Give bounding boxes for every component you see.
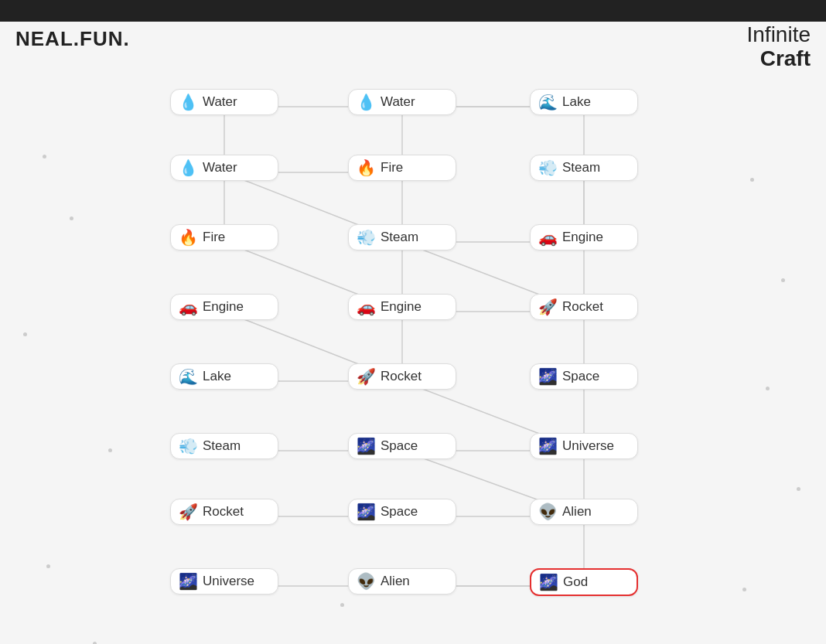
node-label: Engine [203,299,244,315]
craft-node-space[interactable]: 🌌Space [530,363,638,390]
decorative-dot [340,603,344,607]
node-emoji-engine: 🚗 [538,230,558,245]
node-label: Fire [203,230,225,245]
decorative-dot [750,178,754,182]
node-emoji-universe: 🌌 [179,574,198,589]
node-emoji-alien: 👽 [538,504,558,520]
craft-node-engine[interactable]: 🚗Engine [530,224,638,250]
app-title-line1: Infinite [747,23,811,47]
craft-node-steam[interactable]: 💨Steam [530,155,638,181]
node-label: Space [381,504,418,520]
node-emoji-lake: 🌊 [538,94,558,110]
node-label: Water [203,160,237,175]
decorative-dot [797,487,800,491]
craft-node-space[interactable]: 🌌Space [348,433,456,459]
node-emoji-rocket: 🚀 [179,504,198,520]
node-emoji-steam: 💨 [179,438,198,454]
node-label: Engine [381,299,422,315]
craft-node-fire[interactable]: 🔥Fire [170,224,278,250]
node-emoji-water: 💧 [357,94,376,110]
decorative-dot [108,448,112,452]
craft-node-water[interactable]: 💧Water [170,155,278,181]
node-label: God [563,574,588,590]
node-label: Steam [562,160,600,175]
decorative-dot [781,278,785,282]
craft-node-fire[interactable]: 🔥Fire [348,155,456,181]
craft-node-water[interactable]: 💧Water [348,89,456,115]
craft-node-alien[interactable]: 👽Alien [348,568,456,595]
craft-node-water[interactable]: 💧Water [170,89,278,115]
node-emoji-alien: 👽 [357,574,376,589]
craft-node-lake[interactable]: 🌊Lake [530,89,638,115]
craft-node-rocket[interactable]: 🚀Rocket [530,294,638,320]
node-emoji-fire: 🔥 [357,160,376,175]
craft-node-universe[interactable]: 🌌Universe [530,433,638,459]
node-emoji-water: 💧 [179,160,198,175]
node-emoji-engine: 🚗 [179,299,198,315]
craft-node-rocket[interactable]: 🚀Rocket [170,499,278,525]
craft-node-engine[interactable]: 🚗Engine [348,294,456,320]
node-emoji-space: 🌌 [538,369,558,384]
node-label: Lake [203,369,231,384]
node-emoji-god: 🌌 [539,574,558,590]
decorative-dot [766,387,770,390]
connections-svg [0,62,826,644]
node-emoji-space: 🌌 [357,504,376,520]
node-label: Alien [562,504,592,520]
decorative-dot [742,588,746,591]
node-label: Engine [562,230,603,245]
node-emoji-rocket: 🚀 [357,369,376,384]
node-emoji-engine: 🚗 [357,299,376,315]
node-label: Universe [562,438,614,454]
craft-node-universe[interactable]: 🌌Universe [170,568,278,595]
node-emoji-fire: 🔥 [179,230,198,245]
craft-node-space[interactable]: 🌌Space [348,499,456,525]
node-emoji-rocket: 🚀 [538,299,558,315]
decorative-dot [70,216,73,220]
node-emoji-water: 💧 [179,94,198,110]
node-emoji-steam: 💨 [357,230,376,245]
decorative-dot [43,155,46,158]
craft-node-god[interactable]: 🌌God [530,568,638,596]
decorative-dot [23,332,27,336]
craft-node-engine[interactable]: 🚗Engine [170,294,278,320]
node-label: Space [381,438,418,454]
top-bar [0,0,826,22]
node-emoji-space: 🌌 [357,438,376,454]
craft-node-rocket[interactable]: 🚀Rocket [348,363,456,390]
decorative-dot [46,564,50,568]
node-emoji-universe: 🌌 [538,438,558,454]
node-label: Rocket [562,299,603,315]
graph-area: 💧Water💧Water🌊Lake💧Water🔥Fire💨Steam🔥Fire💨… [0,62,826,644]
node-label: Steam [381,230,418,245]
node-label: Space [562,369,599,384]
node-emoji-steam: 💨 [538,160,558,175]
node-label: Fire [381,160,403,175]
node-label: Water [203,94,237,110]
craft-node-lake[interactable]: 🌊Lake [170,363,278,390]
node-label: Water [381,94,415,110]
node-label: Rocket [381,369,422,384]
craft-node-alien[interactable]: 👽Alien [530,499,638,525]
node-emoji-lake: 🌊 [179,369,198,384]
node-label: Universe [203,574,254,589]
node-label: Steam [203,438,241,454]
node-label: Rocket [203,504,244,520]
brand-logo: NEAL.FUN. [15,27,130,51]
node-label: Alien [381,574,410,589]
craft-node-steam[interactable]: 💨Steam [170,433,278,459]
node-label: Lake [562,94,591,110]
craft-node-steam[interactable]: 💨Steam [348,224,456,250]
